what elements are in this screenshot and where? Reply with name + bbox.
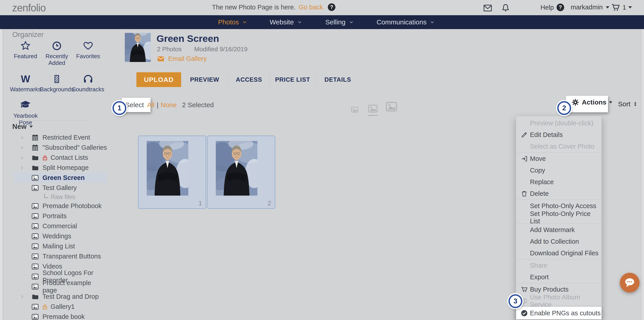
tab-access[interactable]: ACCESS [228,72,270,87]
folder-icon [31,154,39,162]
tree-item-split-homepage[interactable]: Split Homepage [3,163,107,173]
user-menu[interactable]: markadmin [571,4,609,11]
menu-item-copy[interactable]: Copy [516,164,602,176]
nav-website[interactable]: Website [270,15,302,29]
cart-menu[interactable]: 1 [611,3,632,12]
chevron-down-icon [297,20,302,25]
tree-item-commercial[interactable]: Commercial [3,221,107,231]
menu-item-enable-pngs-as-cutouts[interactable]: Enable PNGs as cutouts [516,307,602,319]
help-circle-icon[interactable]: ? [328,3,336,11]
gallery-title: Green Screen [156,33,219,44]
expander-chevron-icon[interactable] [19,155,25,161]
background-swatch-icon [52,73,62,84]
tree-item-transparent-buttons[interactable]: Transparent Buttons [3,251,107,261]
photo-card-1[interactable]: 1 [138,136,206,209]
menu-item-edit-details[interactable]: Edit Details [516,129,602,141]
nav-label: Website [270,18,294,26]
thumbnail-size-large-icon[interactable] [385,100,398,113]
shortcut-watermarks[interactable]: W Watermarks [10,73,41,93]
nav-label: Communications [376,18,426,26]
tree-subitem-raw-files[interactable]: Raw files [3,193,107,201]
expander-chevron-icon[interactable] [19,135,25,141]
menu-label: Edit Details [530,131,563,139]
chat-widget-button[interactable] [620,273,640,292]
shortcut-soundtracks[interactable]: Soundtracks [72,73,104,93]
select-none-link[interactable]: None [161,101,177,109]
tree-item-restricted-event[interactable]: Restricted Event [3,132,107,143]
menu-label: Use Photo Album Service [530,293,602,308]
menu-item-replace[interactable]: Replace [516,176,602,188]
menu-item-download-original-files[interactable]: Download Original Files [516,247,602,259]
menu-item-set-photo-only-price-list[interactable]: Set Photo-Only Price List [516,212,602,223]
notifications-bell-icon[interactable] [501,3,510,13]
nav-communications[interactable]: Communications [376,15,435,29]
nav-label: Selling [325,18,346,26]
photo-card-2[interactable]: 2 [207,136,275,209]
menu-item-move[interactable]: Move [516,153,602,164]
nav-selling[interactable]: Selling [325,15,354,29]
select-all-link[interactable]: All [147,101,154,109]
thumbnail-size-small-icon[interactable] [350,106,359,114]
menu-item-export[interactable]: Export [516,271,602,283]
tree-label: Transparent Buttons [42,253,101,260]
sort-button[interactable]: Sort [618,100,638,108]
tree-item-product-example-page[interactable]: Product example page [3,281,107,291]
tree-item-green-screen[interactable]: Green Screen [14,173,107,183]
actions-dropdown-button[interactable]: Actions [572,99,612,106]
shortcut-yearbook-pose[interactable]: Yearbook Pose [10,99,41,126]
help-menu[interactable]: Help ? [540,4,564,11]
clock-icon [52,39,62,51]
tree-item-premade-book[interactable]: Premade book [3,312,107,320]
go-back-link[interactable]: Go back. [299,4,325,11]
gallery-image-icon [31,253,39,260]
tree-item-mailing-list[interactable]: Mailing List [3,241,107,251]
shortcut-label: Backgrounds [40,86,74,93]
shortcut-recently-added[interactable]: Recently Added [41,39,72,66]
shortcut-backgrounds[interactable]: Backgrounds [40,73,74,93]
gallery-image-icon [31,313,39,320]
gallery-image-icon [31,184,39,192]
chevron-down-icon [628,6,632,9]
gallery-image-icon [31,212,39,220]
menu-label: Buy Products [530,286,568,293]
headphones-icon [83,73,94,84]
expander-chevron-icon[interactable] [19,145,25,151]
tree-item-weddings[interactable]: Weddings [3,231,107,241]
tree-label: Test Drag and Drop [42,293,98,300]
shortcut-featured[interactable]: Featured [14,39,37,66]
tab-price-list[interactable]: PRICE LIST [270,72,315,87]
chevron-down-icon [348,20,354,25]
tab-preview[interactable]: PREVIEW [181,72,228,87]
gallery-image-icon [31,174,39,182]
tree-item-gallery1[interactable]: Gallery1 [3,302,107,312]
username: markadmin [571,4,603,11]
menu-item-add-watermark[interactable]: Add Watermark [516,224,602,236]
shortcut-label: Favorites [76,53,100,60]
tree-item-test-gallery[interactable]: Test Gallery [3,183,107,193]
trash-icon [520,190,528,197]
tab-upload[interactable]: UPLOAD [136,72,181,87]
zenfolio-logo: zenfolio [12,2,46,14]
tree-item-test-drag-and-drop[interactable]: Test Drag and Drop [3,291,107,302]
tree-item-contact-lists[interactable]: Contact Lists [3,153,107,163]
tree-label: Premade book [42,313,85,320]
tree-group-new[interactable]: New [12,123,33,131]
tree-item-subscribed-galleries[interactable]: "Subscribed" Galleries [3,143,107,153]
thumbnail-size-medium-icon[interactable] [368,103,378,114]
email-gallery-label: Email Gallery [168,55,206,63]
chat-bubble-icon [624,277,635,288]
check-circle-icon [520,309,528,317]
shortcut-favorites[interactable]: Favorites [76,39,100,66]
tree-label: Gallery1 [50,303,75,310]
expander-chevron-icon[interactable] [19,165,25,171]
messages-icon[interactable] [483,3,492,13]
tree-item-premade-photobook[interactable]: Premade Photobook [3,201,107,211]
email-gallery-link[interactable]: Email Gallery [156,55,206,63]
menu-item-add-to-collection[interactable]: Add to Collection [516,236,602,247]
tree-item-portraits[interactable]: Portraits [3,211,107,221]
expander-chevron-icon[interactable] [19,294,25,300]
tab-details[interactable]: DETAILS [316,72,360,87]
right-scrollbar-gutter[interactable] [641,29,644,320]
nav-photos[interactable]: Photos [218,15,247,29]
menu-item-delete[interactable]: Delete [516,188,602,199]
